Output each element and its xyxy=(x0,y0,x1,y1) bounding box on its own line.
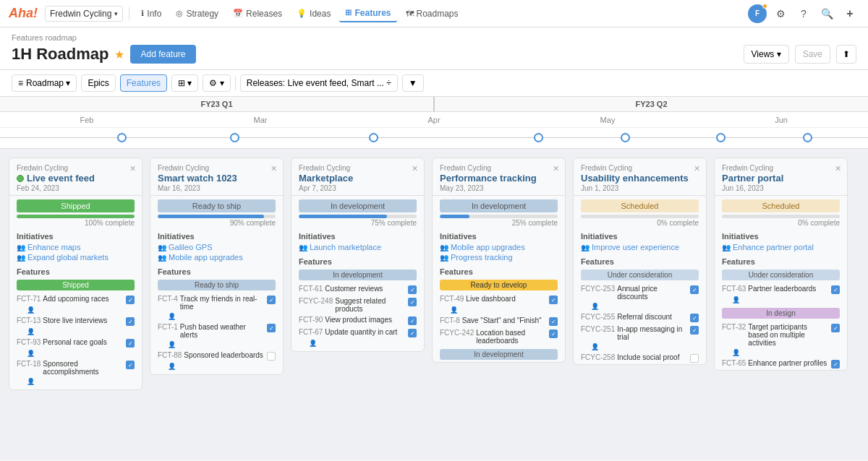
column-performance-tracking: Fredwin Cycling Performance tracking May… xyxy=(432,158,566,363)
initiative-expand-global[interactable]: 👥 Expand global markets xyxy=(9,252,142,264)
col-company-5: Fredwin Cycling xyxy=(581,164,699,172)
col-date-2: Mar 16, 2023 xyxy=(158,184,276,192)
col-close-5[interactable]: ✕ xyxy=(694,164,700,173)
feat-sponsored: FCT-88 Sponsored leaderboards xyxy=(150,350,283,362)
quarter-label-q1: FY23 Q1 xyxy=(0,97,435,112)
cb-19[interactable]: ✓ xyxy=(831,285,840,294)
col-company-1: Fredwin Cycling xyxy=(17,164,135,172)
star-icon[interactable]: ★ xyxy=(114,48,124,61)
nav-item-features[interactable]: ⊞ Features xyxy=(339,5,396,22)
settings-dropdown-button[interactable]: ⚙ ▾ xyxy=(203,74,230,92)
month-jun: Jun xyxy=(694,112,868,127)
initiative-galileo[interactable]: 👥 Galileo GPS xyxy=(150,242,283,252)
save-button[interactable]: Save xyxy=(795,45,830,64)
live-dot-icon xyxy=(17,175,24,182)
cb-13[interactable]: ✓ xyxy=(549,317,558,326)
col-date-3: Apr 7, 2023 xyxy=(299,184,417,192)
cb-5[interactable]: ✓ xyxy=(267,296,276,304)
grid-view-button[interactable]: ⊞ ▾ xyxy=(171,74,198,92)
share-button[interactable]: ⬆ xyxy=(836,45,856,64)
cb-20[interactable]: ✓ xyxy=(831,324,840,332)
cb-17[interactable]: ✓ xyxy=(690,326,699,335)
cb-16[interactable]: ✓ xyxy=(690,314,699,322)
col-close-2[interactable]: ✕ xyxy=(271,164,277,173)
cb-18[interactable] xyxy=(690,354,699,363)
feat-track: FCT-4 Track my friends in real-time ✓ xyxy=(150,293,283,312)
features-button[interactable]: Features xyxy=(120,74,167,92)
user-avatar[interactable]: F xyxy=(748,4,767,23)
checkbox-icon[interactable]: ✓ xyxy=(126,296,135,304)
search-icon[interactable]: 🔍 xyxy=(817,4,836,23)
info-icon: ℹ xyxy=(141,9,144,18)
feat-in-app-msg: FCYC-251 In-app messaging in trial ✓ xyxy=(574,324,706,342)
initiative-mobile[interactable]: 👥 Mobile app upgrades xyxy=(150,252,283,264)
initiative-enhance-partner[interactable]: 👥 Enhance partner portal xyxy=(715,242,847,254)
cb-14[interactable]: ✓ xyxy=(549,329,558,338)
column-usability: Fredwin Cycling Usability enhancements J… xyxy=(573,158,707,365)
nav-strategy-label: Strategy xyxy=(186,9,218,19)
views-button[interactable]: Views ▾ xyxy=(744,45,789,64)
col-title-5: Usability enhancements xyxy=(581,173,699,184)
initiative-enhance-maps[interactable]: 👥 Enhance maps xyxy=(9,242,142,252)
initiative-launch[interactable]: 👥 Launch marketplace xyxy=(292,242,424,254)
filter-button[interactable]: ▼ xyxy=(402,74,424,92)
page-header: Features roadmap 1H Roadmap ★ Add featur… xyxy=(0,27,868,70)
col-date-6: Jun 16, 2023 xyxy=(722,184,840,192)
brand-chevron-icon: ▾ xyxy=(114,10,118,17)
timeline-dot-3 xyxy=(369,133,378,142)
feature-item-2: FCT-13 Store live interviews ✓ xyxy=(9,315,142,327)
init-icon-5: 👥 xyxy=(299,244,307,251)
cb-10[interactable]: ✓ xyxy=(408,316,417,325)
col-close-4[interactable]: ✕ xyxy=(553,164,559,173)
col-date-4: May 23, 2023 xyxy=(440,184,558,192)
epics-button[interactable]: Epics xyxy=(81,74,115,92)
month-mar: Mar xyxy=(174,112,347,127)
checkbox-4[interactable]: ✓ xyxy=(126,361,135,369)
feat-target-participants: FCT-32 Target participants based on mult… xyxy=(715,322,847,348)
nav-item-roadmaps[interactable]: 🗺 Roadmaps xyxy=(400,6,464,22)
feat-enhance-profiles: FCT-65 Enhance partner profiles ✓ xyxy=(715,358,847,370)
nav-item-ideas[interactable]: 💡 Ideas xyxy=(291,6,336,22)
releases-icon: 📅 xyxy=(233,9,243,18)
cb-15[interactable]: ✓ xyxy=(690,285,699,294)
cb-9[interactable]: ✓ xyxy=(408,298,417,306)
add-feature-button[interactable]: Add feature xyxy=(130,45,195,64)
col-company-4: Fredwin Cycling xyxy=(440,164,558,172)
timeline-dot-7 xyxy=(803,133,812,142)
nav-features-label: Features xyxy=(354,8,391,18)
brand-dropdown[interactable]: Fredwin Cycling ▾ xyxy=(45,6,123,22)
col-close-3[interactable]: ✕ xyxy=(412,164,418,173)
cb-21[interactable]: ✓ xyxy=(831,360,840,369)
checkbox-3[interactable]: ✓ xyxy=(126,339,135,348)
cb-12[interactable]: ✓ xyxy=(549,296,558,304)
settings-icon[interactable]: ⚙ xyxy=(771,4,790,23)
releases-filter-button[interactable]: Releases: Live event feed, Smart ... ÷ xyxy=(240,74,398,92)
logo[interactable]: Aha! xyxy=(9,6,38,21)
nav-item-releases[interactable]: 📅 Releases xyxy=(227,6,288,22)
col-close-6[interactable]: ✕ xyxy=(835,164,841,173)
cb-11[interactable]: ✓ xyxy=(408,329,417,337)
cb-7[interactable] xyxy=(267,352,276,361)
cb-8[interactable]: ✓ xyxy=(408,285,417,294)
checkbox-2[interactable]: ✓ xyxy=(126,317,135,326)
top-nav: Aha! Fredwin Cycling ▾ ℹ Info ◎ Strategy… xyxy=(0,0,868,27)
feature-item-4: FCT-18 Sponsored accomplishments ✓ xyxy=(9,358,142,377)
help-icon[interactable]: ? xyxy=(794,4,813,23)
timeline-dot-6 xyxy=(716,133,726,142)
cb-6[interactable]: ✓ xyxy=(267,324,276,332)
feat-id: FCT-71 xyxy=(17,295,41,303)
add-icon[interactable]: + xyxy=(841,4,859,23)
col-title-1: Live event feed xyxy=(17,173,135,184)
roadmap-dropdown-button[interactable]: ≡ Roadmap ▾ xyxy=(12,74,77,92)
month-feb: Feb xyxy=(0,112,174,127)
initiative-improve-ux[interactable]: 👥 Improve user experience xyxy=(574,242,706,254)
feat-text[interactable]: Add upcoming races xyxy=(43,295,124,303)
nav-item-info[interactable]: ℹ Info xyxy=(135,6,167,22)
nav-item-strategy[interactable]: ◎ Strategy xyxy=(170,6,224,22)
col-close-1[interactable]: ✕ xyxy=(129,164,136,173)
features-nav-icon: ⊞ xyxy=(345,8,352,17)
initiative-progress[interactable]: 👥 Progress tracking xyxy=(433,252,565,264)
initiative-mobile2[interactable]: 👥 Mobile app upgrades xyxy=(433,242,565,252)
nav-info-label: Info xyxy=(147,9,161,19)
feat-annual-price: FCYC-253 Annual price discounts ✓ xyxy=(574,283,706,302)
